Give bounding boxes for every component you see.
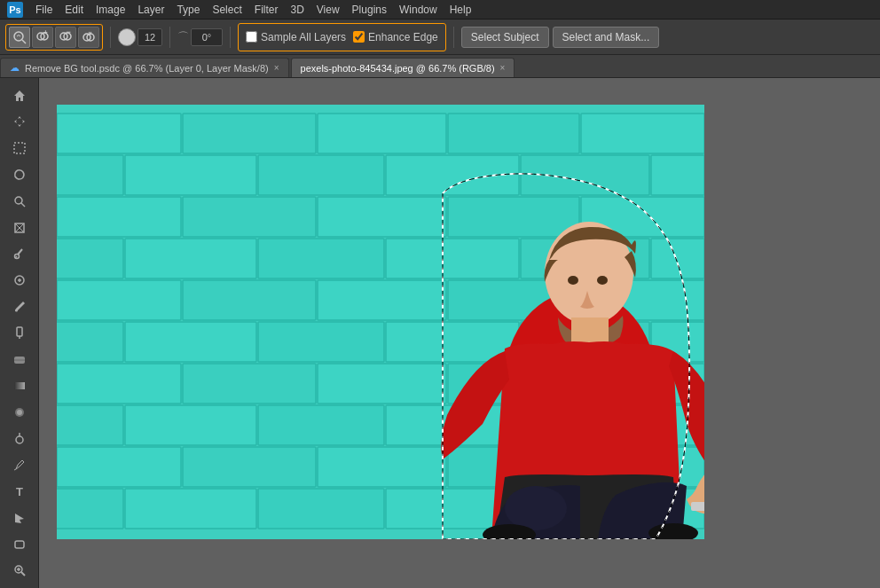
- menu-item-image[interactable]: Image: [90, 2, 130, 18]
- pen-tool[interactable]: [6, 452, 33, 477]
- brick-texture: [57, 105, 704, 539]
- svg-rect-11: [14, 143, 25, 153]
- blur-tool[interactable]: [6, 400, 33, 425]
- menu-bar: FileEditImageLayerTypeSelectFilter3DView…: [30, 2, 476, 18]
- svg-rect-44: [448, 114, 579, 153]
- menu-item-filter[interactable]: Filter: [249, 2, 284, 18]
- angle-group: ⌒: [177, 28, 223, 46]
- svg-rect-24: [17, 327, 22, 336]
- svg-rect-92: [258, 489, 384, 529]
- svg-line-1: [22, 40, 26, 43]
- svg-point-99: [597, 276, 608, 285]
- svg-rect-80: [125, 405, 256, 445]
- select-subject-button[interactable]: Select Subject: [461, 27, 549, 48]
- svg-rect-51: [651, 155, 704, 195]
- svg-rect-48: [258, 155, 384, 195]
- clone-stamp-tool[interactable]: [6, 321, 33, 346]
- tab-tab1[interactable]: ☁Remove BG tool.psdc @ 66.7% (Layer 0, L…: [0, 58, 289, 77]
- move-tool[interactable]: [6, 110, 33, 135]
- sample-all-layers-text: Sample All Layers: [261, 31, 346, 43]
- lasso-tool[interactable]: [6, 162, 33, 187]
- menu-item-edit[interactable]: Edit: [59, 2, 89, 18]
- svg-rect-81: [258, 405, 384, 445]
- gradient-tool[interactable]: [6, 373, 33, 398]
- angle-icon: ⌒: [177, 29, 189, 45]
- svg-rect-87: [318, 447, 446, 487]
- svg-rect-76: [318, 364, 446, 404]
- subtract-selection-btn[interactable]: −: [55, 27, 76, 48]
- brush-size-input[interactable]: [138, 28, 162, 46]
- svg-rect-42: [183, 114, 316, 153]
- dodge-tool[interactable]: [6, 427, 33, 451]
- enhance-edge-text: Enhance Edge: [368, 31, 438, 43]
- svg-point-31: [16, 436, 23, 443]
- sep1: [110, 27, 111, 48]
- svg-rect-68: [57, 322, 123, 362]
- svg-text:×: ×: [89, 30, 92, 36]
- home-tool[interactable]: [6, 83, 33, 108]
- svg-line-13: [21, 203, 25, 207]
- zoom-tool[interactable]: [6, 558, 33, 583]
- title-bar: Ps FileEditImageLayerTypeSelectFilter3DV…: [0, 0, 880, 20]
- menu-item-select[interactable]: Select: [207, 2, 247, 18]
- sample-all-layers-checkbox[interactable]: [246, 31, 257, 43]
- sep4: [453, 27, 454, 48]
- svg-rect-91: [125, 489, 256, 529]
- shape-tool[interactable]: [6, 531, 33, 556]
- frame-tool[interactable]: [6, 216, 33, 240]
- svg-point-23: [15, 309, 18, 311]
- svg-text:+: +: [43, 30, 48, 36]
- tab-tab2[interactable]: pexels-photo-845434.jpeg @ 66.7% (RGB/8)…: [291, 58, 515, 77]
- svg-rect-57: [57, 239, 123, 278]
- intersect-selection-btn[interactable]: ×: [78, 27, 99, 48]
- photo-container: @keyframes dash-anim { from { stroke-das…: [57, 105, 704, 539]
- svg-rect-45: [581, 114, 704, 153]
- tab-close-icon[interactable]: ×: [274, 63, 279, 73]
- angle-input[interactable]: [191, 28, 223, 46]
- eyedropper-tool[interactable]: [6, 241, 33, 266]
- svg-rect-53: [183, 197, 316, 237]
- tabs-bar: ☁Remove BG tool.psdc @ 66.7% (Layer 0, L…: [0, 55, 880, 78]
- path-select-tool[interactable]: [6, 506, 33, 530]
- svg-rect-60: [386, 239, 519, 278]
- brush-preview: [118, 28, 136, 46]
- menu-item-view[interactable]: View: [311, 2, 345, 18]
- svg-rect-28: [14, 382, 25, 389]
- tab-label: Remove BG tool.psdc @ 66.7% (Layer 0, La…: [25, 63, 269, 74]
- enhance-edge-checkbox[interactable]: [353, 31, 365, 43]
- svg-rect-64: [183, 280, 316, 320]
- add-to-selection-btn[interactable]: +: [32, 27, 53, 48]
- menu-item-help[interactable]: Help: [444, 2, 477, 18]
- menu-item-layer[interactable]: Layer: [132, 2, 169, 18]
- svg-point-30: [17, 410, 22, 415]
- eraser-tool[interactable]: [6, 347, 33, 372]
- quick-selection-tool-btn[interactable]: [9, 27, 30, 48]
- enhance-edge-label[interactable]: Enhance Edge: [353, 31, 438, 43]
- menu-item-type[interactable]: Type: [171, 2, 205, 18]
- select-and-mask-button[interactable]: Select and Mask...: [553, 27, 660, 48]
- svg-rect-41: [57, 114, 181, 153]
- tab-close-icon[interactable]: ×: [500, 63, 506, 73]
- quick-select-tool[interactable]: [6, 189, 33, 214]
- canvas-area[interactable]: @keyframes dash-anim { from { stroke-das…: [39, 78, 880, 588]
- svg-rect-50: [521, 155, 649, 195]
- svg-text:T: T: [16, 485, 23, 498]
- brush-tool-group: + − ×: [5, 24, 103, 51]
- svg-rect-35: [15, 541, 24, 548]
- menu-item-3d[interactable]: 3D: [285, 2, 309, 18]
- svg-rect-75: [183, 364, 316, 404]
- svg-rect-69: [125, 322, 256, 362]
- spot-heal-tool[interactable]: [6, 268, 33, 293]
- svg-rect-59: [258, 239, 384, 278]
- marquee-tool[interactable]: [6, 136, 33, 161]
- sample-all-layers-label[interactable]: Sample All Layers: [246, 31, 346, 43]
- svg-rect-62: [651, 239, 704, 278]
- menu-item-file[interactable]: File: [30, 2, 58, 18]
- brush-tool[interactable]: [6, 294, 33, 319]
- svg-rect-46: [57, 155, 123, 195]
- type-tool[interactable]: T: [6, 479, 33, 504]
- svg-rect-58: [125, 239, 256, 278]
- menu-item-plugins[interactable]: Plugins: [347, 2, 392, 18]
- menu-item-window[interactable]: Window: [394, 2, 443, 18]
- svg-rect-55: [448, 197, 579, 237]
